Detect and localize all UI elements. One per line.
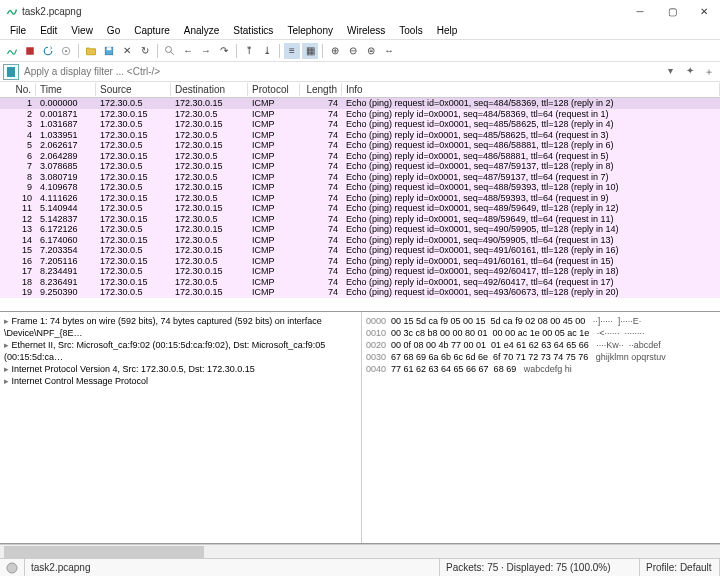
svg-point-8 bbox=[7, 563, 17, 573]
open-file-icon[interactable] bbox=[83, 43, 99, 59]
menu-telephony[interactable]: Telephony bbox=[281, 23, 339, 38]
filter-dropdown-icon[interactable]: ▾ bbox=[668, 65, 682, 79]
packet-list-header[interactable]: No. Time Source Destination Protocol Len… bbox=[0, 82, 720, 98]
packet-row[interactable]: 125.142837172.30.0.15172.30.0.5ICMP74Ech… bbox=[0, 214, 720, 225]
svg-point-2 bbox=[65, 49, 67, 51]
status-file: task2.pcapng bbox=[25, 559, 440, 576]
svg-rect-4 bbox=[107, 47, 112, 50]
reload-icon[interactable]: ↻ bbox=[137, 43, 153, 59]
hex-row[interactable]: 0040 77 61 62 63 64 65 66 67 68 69 wabcd… bbox=[366, 363, 716, 375]
find-packet-icon[interactable] bbox=[162, 43, 178, 59]
svg-rect-7 bbox=[7, 67, 15, 77]
tree-item[interactable]: Frame 1: 74 bytes on wire (592 bits), 74… bbox=[4, 315, 357, 339]
status-profile[interactable]: Profile: Default bbox=[640, 559, 720, 576]
packet-row[interactable]: 104.111626172.30.0.15172.30.0.5ICMP74Ech… bbox=[0, 193, 720, 204]
menu-capture[interactable]: Capture bbox=[128, 23, 176, 38]
prev-packet-icon[interactable]: ← bbox=[180, 43, 196, 59]
packet-row[interactable]: 178.234491172.30.0.5172.30.0.15ICMP74Ech… bbox=[0, 266, 720, 277]
packet-list-body[interactable]: 10.000000172.30.0.5172.30.0.15ICMP74Echo… bbox=[0, 98, 720, 311]
save-file-icon[interactable] bbox=[101, 43, 117, 59]
menu-help[interactable]: Help bbox=[431, 23, 464, 38]
last-packet-icon[interactable]: ⤓ bbox=[259, 43, 275, 59]
col-info[interactable]: Info bbox=[342, 83, 720, 96]
packet-row[interactable]: 31.031687172.30.0.5172.30.0.15ICMP74Echo… bbox=[0, 119, 720, 130]
display-filter-input[interactable] bbox=[22, 64, 666, 79]
auto-scroll-icon[interactable]: ≡ bbox=[284, 43, 300, 59]
zoom-reset-icon[interactable]: ⊜ bbox=[363, 43, 379, 59]
packet-row[interactable]: 41.033951172.30.0.15172.30.0.5ICMP74Echo… bbox=[0, 130, 720, 141]
hex-row[interactable]: 0010 00 3c c8 b8 00 00 80 01 00 00 ac 1e… bbox=[366, 327, 716, 339]
packet-row[interactable]: 115.140944172.30.0.5172.30.0.15ICMP74Ech… bbox=[0, 203, 720, 214]
packet-row[interactable]: 73.078685172.30.0.5172.30.0.15ICMP74Echo… bbox=[0, 161, 720, 172]
close-button[interactable]: ✕ bbox=[688, 0, 720, 22]
hex-dump-pane[interactable]: 0000 00 15 5d ca f9 05 00 15 5d ca f9 02… bbox=[362, 312, 720, 543]
detail-split: Frame 1: 74 bytes on wire (592 bits), 74… bbox=[0, 312, 720, 544]
hex-row[interactable]: 0030 67 68 69 6a 6b 6c 6d 6e 6f 70 71 72… bbox=[366, 351, 716, 363]
tree-item[interactable]: Internet Protocol Version 4, Src: 172.30… bbox=[4, 363, 357, 375]
col-source[interactable]: Source bbox=[96, 83, 171, 96]
menu-bar: FileEditViewGoCaptureAnalyzeStatisticsTe… bbox=[0, 22, 720, 40]
filter-expression-icon[interactable]: ✦ bbox=[686, 65, 700, 79]
close-file-icon[interactable]: ✕ bbox=[119, 43, 135, 59]
svg-point-5 bbox=[166, 46, 172, 52]
horizontal-scrollbar[interactable] bbox=[0, 544, 720, 558]
status-bar: task2.pcapng Packets: 75 · Displayed: 75… bbox=[0, 558, 720, 576]
zoom-out-icon[interactable]: ⊖ bbox=[345, 43, 361, 59]
status-packet-count: Packets: 75 · Displayed: 75 (100.0%) bbox=[440, 559, 640, 576]
col-destination[interactable]: Destination bbox=[171, 83, 248, 96]
packet-row[interactable]: 146.174060172.30.0.15172.30.0.5ICMP74Ech… bbox=[0, 235, 720, 246]
filter-add-icon[interactable]: ＋ bbox=[704, 65, 718, 79]
tree-item[interactable]: Internet Control Message Protocol bbox=[4, 375, 357, 387]
main-toolbar: ✕ ↻ ← → ↷ ⤒ ⤓ ≡ ▦ ⊕ ⊖ ⊜ ↔ bbox=[0, 40, 720, 62]
menu-analyze[interactable]: Analyze bbox=[178, 23, 226, 38]
menu-file[interactable]: File bbox=[4, 23, 32, 38]
window-title: task2.pcapng bbox=[22, 6, 82, 17]
window-titlebar: task2.pcapng ─ ▢ ✕ bbox=[0, 0, 720, 22]
hex-row[interactable]: 0000 00 15 5d ca f9 05 00 15 5d ca f9 02… bbox=[366, 315, 716, 327]
packet-row[interactable]: 136.172126172.30.0.5172.30.0.15ICMP74Ech… bbox=[0, 224, 720, 235]
packet-row[interactable]: 157.203354172.30.0.5172.30.0.15ICMP74Ech… bbox=[0, 245, 720, 256]
capture-options-icon[interactable] bbox=[58, 43, 74, 59]
bookmark-filter-icon[interactable] bbox=[3, 64, 19, 80]
status-expert-icon[interactable] bbox=[0, 559, 25, 576]
display-filter-bar: ▾ ✦ ＋ bbox=[0, 62, 720, 82]
stop-capture-icon[interactable] bbox=[22, 43, 38, 59]
menu-tools[interactable]: Tools bbox=[393, 23, 428, 38]
packet-tree-pane[interactable]: Frame 1: 74 bytes on wire (592 bits), 74… bbox=[0, 312, 362, 543]
zoom-in-icon[interactable]: ⊕ bbox=[327, 43, 343, 59]
maximize-button[interactable]: ▢ bbox=[656, 0, 688, 22]
first-packet-icon[interactable]: ⤒ bbox=[241, 43, 257, 59]
next-packet-icon[interactable]: → bbox=[198, 43, 214, 59]
packet-row[interactable]: 62.064289172.30.0.15172.30.0.5ICMP74Echo… bbox=[0, 151, 720, 162]
svg-line-6 bbox=[171, 51, 174, 54]
packet-row[interactable]: 10.000000172.30.0.5172.30.0.15ICMP74Echo… bbox=[0, 98, 720, 109]
menu-wireless[interactable]: Wireless bbox=[341, 23, 391, 38]
restart-capture-icon[interactable] bbox=[40, 43, 56, 59]
packet-row[interactable]: 20.001871172.30.0.15172.30.0.5ICMP74Echo… bbox=[0, 109, 720, 120]
packet-row[interactable]: 199.250390172.30.0.5172.30.0.15ICMP74Ech… bbox=[0, 287, 720, 298]
col-protocol[interactable]: Protocol bbox=[248, 83, 300, 96]
start-capture-icon[interactable] bbox=[4, 43, 20, 59]
col-no[interactable]: No. bbox=[0, 83, 36, 96]
menu-go[interactable]: Go bbox=[101, 23, 126, 38]
hex-row[interactable]: 0020 00 0f 08 00 4b 77 00 01 01 e4 61 62… bbox=[366, 339, 716, 351]
packet-list-pane: No. Time Source Destination Protocol Len… bbox=[0, 82, 720, 312]
menu-statistics[interactable]: Statistics bbox=[227, 23, 279, 38]
resize-columns-icon[interactable]: ↔ bbox=[381, 43, 397, 59]
packet-row[interactable]: 83.080719172.30.0.15172.30.0.5ICMP74Echo… bbox=[0, 172, 720, 183]
menu-view[interactable]: View bbox=[65, 23, 99, 38]
colorize-icon[interactable]: ▦ bbox=[302, 43, 318, 59]
packet-row[interactable]: 188.236491172.30.0.15172.30.0.5ICMP74Ech… bbox=[0, 277, 720, 288]
packet-row[interactable]: 167.205116172.30.0.15172.30.0.5ICMP74Ech… bbox=[0, 256, 720, 267]
packet-row[interactable]: 94.109678172.30.0.5172.30.0.15ICMP74Echo… bbox=[0, 182, 720, 193]
packet-row[interactable]: 52.062617172.30.0.5172.30.0.15ICMP74Echo… bbox=[0, 140, 720, 151]
svg-rect-0 bbox=[26, 47, 34, 55]
col-time[interactable]: Time bbox=[36, 83, 96, 96]
minimize-button[interactable]: ─ bbox=[624, 0, 656, 22]
menu-edit[interactable]: Edit bbox=[34, 23, 63, 38]
col-length[interactable]: Length bbox=[300, 83, 342, 96]
tree-item[interactable]: Ethernet II, Src: Microsoft_ca:f9:02 (00… bbox=[4, 339, 357, 363]
jump-icon[interactable]: ↷ bbox=[216, 43, 232, 59]
wireshark-icon bbox=[6, 5, 18, 17]
